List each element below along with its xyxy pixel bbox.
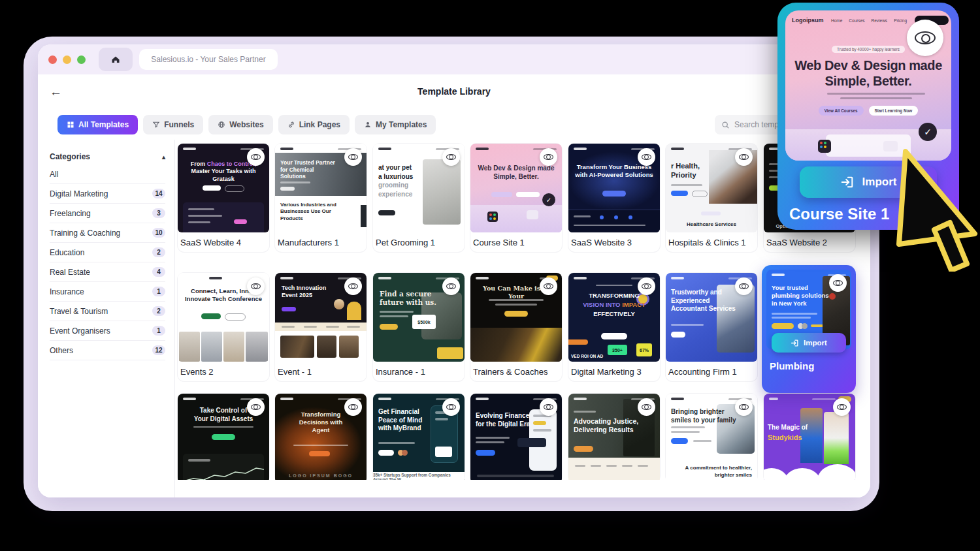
template-card-evolving-finance[interactable]: Evolving Financefor the Digital Era bbox=[470, 394, 562, 480]
category-label: Travel & Tourism bbox=[50, 307, 108, 316]
toolbar: All Templates Funnels Websites bbox=[38, 110, 870, 140]
preview-eye-icon[interactable] bbox=[638, 148, 655, 166]
sidebar-item-travel-tourism[interactable]: Travel & Tourism 2 bbox=[50, 302, 165, 321]
preview-eye-icon[interactable] bbox=[442, 148, 460, 166]
template-tabs: All Templates Funnels Websites bbox=[57, 115, 436, 134]
page-title: Template Library bbox=[38, 86, 870, 97]
tab-label: Funnels bbox=[164, 120, 194, 129]
preview-headline: Web Dev & Design madeSimple, Better. bbox=[785, 57, 951, 89]
preview-eye-icon[interactable] bbox=[344, 398, 362, 416]
sidebar-item-event-organisers[interactable]: Event Organisers 1 bbox=[50, 321, 165, 341]
tab-funnels[interactable]: Funnels bbox=[143, 115, 203, 134]
template-thumbnail: Find a securefuture with us. $500k bbox=[373, 273, 465, 362]
template-thumbnail: Take Control ofYour Digital Assets bbox=[178, 394, 269, 480]
template-thumbnail: You Can Make is in Your bbox=[470, 273, 562, 362]
template-thumbnail: Trustworthy and Experienced Accountant S… bbox=[666, 273, 757, 362]
sidebar-item-training-coaching[interactable]: Training & Coaching 10 bbox=[50, 223, 165, 243]
verified-seal-icon: ✓ bbox=[919, 123, 937, 141]
template-card-studykids[interactable]: The Magic ofStudykids bbox=[764, 394, 855, 480]
template-card-saas-website-4[interactable]: From Chaos to Control, Master Your Tasks… bbox=[178, 144, 269, 252]
category-count: 2 bbox=[152, 247, 165, 257]
growth-chart bbox=[183, 465, 264, 480]
template-card-event-1[interactable]: Tech InnovationEvent 2025 bbox=[275, 273, 367, 381]
template-card-insurance-1[interactable]: Find a securefuture with us. $500k Insur… bbox=[373, 273, 465, 381]
preview-eye-icon[interactable] bbox=[442, 277, 460, 295]
sidebar-item-others[interactable]: Others 12 bbox=[50, 341, 165, 360]
sidebar-item-all[interactable]: All bbox=[50, 165, 165, 184]
template-thumbnail: From Chaos to Control, Master Your Tasks… bbox=[178, 144, 269, 232]
preview-eye-icon[interactable] bbox=[829, 274, 847, 292]
preview-eye-icon[interactable] bbox=[735, 148, 753, 166]
sidebar-item-freelancing[interactable]: Freelancing 3 bbox=[50, 204, 165, 223]
preview-eye-icon[interactable] bbox=[907, 20, 943, 56]
categories-header[interactable]: Categories ▴ bbox=[50, 149, 165, 165]
template-card-pet-grooming-1[interactable]: at your pet a luxurious grooming experie… bbox=[373, 144, 465, 252]
tab-my-templates[interactable]: My Templates bbox=[355, 115, 436, 134]
template-card-events-2[interactable]: Connect, Learn, InnovInnovate Tech Confe… bbox=[178, 273, 269, 381]
preview-eye-icon[interactable] bbox=[540, 398, 557, 416]
template-card-mybrand-finance[interactable]: Get Financial Peace of Mindwith MyBrand … bbox=[373, 394, 465, 480]
sidebar-item-real-estate[interactable]: Real Estate 4 bbox=[50, 262, 165, 282]
search-icon bbox=[721, 121, 730, 129]
preview-eye-icon[interactable] bbox=[247, 148, 265, 166]
preview-eye-icon[interactable] bbox=[442, 398, 460, 416]
template-card-plumbing-highlighted[interactable]: Your trusted plumbing solutionsin New Yo… bbox=[762, 265, 856, 393]
browser-window: Salesious.io - Your Sales Partner ← Temp… bbox=[38, 44, 870, 497]
preview-eye-icon[interactable] bbox=[735, 398, 753, 416]
template-thumbnail: Bringing brightersmiles to your family A… bbox=[666, 394, 757, 480]
preview-eye-icon[interactable] bbox=[344, 277, 362, 295]
category-label: All bbox=[50, 170, 58, 179]
template-card-digital-marketing-3[interactable]: TRANSFORMING VISION INTO IMPACT EFFECTIV… bbox=[568, 273, 660, 381]
template-card-hospitals-clinics-1[interactable]: r Health,Priority Healthcare Services Ho… bbox=[666, 144, 757, 252]
template-name: Event - 1 bbox=[275, 362, 367, 381]
tab-websites[interactable]: Websites bbox=[208, 115, 272, 134]
preview-eye-icon[interactable] bbox=[638, 398, 655, 416]
template-card-agent[interactable]: Transforming Decisions withAgent LOGO IP… bbox=[275, 394, 367, 480]
funnel-icon bbox=[152, 121, 160, 129]
tab-link-pages[interactable]: Link Pages bbox=[278, 115, 350, 134]
sidebar-item-education[interactable]: Education 2 bbox=[50, 243, 165, 262]
template-card-digital-assets[interactable]: Take Control ofYour Digital Assets bbox=[178, 394, 269, 480]
category-count: 14 bbox=[152, 189, 165, 198]
home-icon bbox=[110, 54, 121, 65]
template-logo: Logoipsum bbox=[792, 17, 824, 24]
zoom-button[interactable] bbox=[77, 55, 86, 64]
minimize-button[interactable] bbox=[63, 55, 71, 64]
template-thumbnail: Evolving Financefor the Digital Era bbox=[470, 394, 562, 480]
sidebar-item-digital-marketing[interactable]: Digital Marketing 14 bbox=[50, 184, 165, 204]
preview-eye-icon[interactable] bbox=[540, 148, 557, 166]
template-card-accounting-firm-1[interactable]: Trustworthy and Experienced Accountant S… bbox=[666, 273, 757, 381]
preview-eye-icon[interactable] bbox=[540, 277, 557, 295]
template-thumbnail: Web Dev & Design made Simple, Better. ✓ bbox=[470, 144, 562, 232]
template-card-manufacturers-1[interactable]: Your Trusted Partner for Chemical Soluti… bbox=[275, 144, 367, 252]
template-card-trainers-coaches[interactable]: You Can Make is in Your Trainers & Coach… bbox=[470, 273, 562, 381]
template-thumbnail: TRANSFORMING VISION INTO IMPACT EFFECTIV… bbox=[568, 273, 660, 362]
preview-eye-icon[interactable] bbox=[638, 277, 655, 295]
sidebar-item-insurance[interactable]: Insurance 1 bbox=[50, 282, 165, 302]
tab-all-templates[interactable]: All Templates bbox=[57, 115, 138, 134]
dog-photo bbox=[423, 159, 461, 225]
preview-ctas: View All Courses Start Learning Now bbox=[785, 106, 951, 116]
template-thumbnail: r Health,Priority Healthcare Services bbox=[666, 144, 757, 232]
template-card-course-site-1[interactable]: Web Dev & Design made Simple, Better. ✓ … bbox=[470, 144, 562, 252]
kids-photo bbox=[824, 412, 849, 464]
categories-title: Categories bbox=[50, 152, 90, 161]
preview-eye-icon[interactable] bbox=[344, 148, 362, 166]
preview-eye-icon[interactable] bbox=[247, 277, 265, 295]
template-card-brighter-smiles[interactable]: Bringing brightersmiles to your family A… bbox=[666, 394, 757, 480]
preview-eye-icon[interactable] bbox=[247, 398, 265, 416]
category-label: Education bbox=[50, 248, 84, 257]
link-icon bbox=[287, 121, 295, 129]
preview-eye-icon[interactable] bbox=[833, 398, 851, 416]
template-thumbnail: Transform Your Business with AI-Powered … bbox=[568, 144, 660, 232]
home-button[interactable] bbox=[99, 48, 133, 71]
preview-eye-icon[interactable] bbox=[735, 277, 753, 295]
template-card-advocating-justice[interactable]: Advocating Justice,Delivering Results bbox=[568, 394, 660, 480]
category-count: 12 bbox=[152, 345, 165, 355]
template-name: Plumbing bbox=[770, 360, 814, 371]
address-bar[interactable]: Salesious.io - Your Sales Partner bbox=[139, 49, 278, 70]
browser-chrome: Salesious.io - Your Sales Partner bbox=[38, 44, 870, 74]
import-button-small[interactable]: Import bbox=[772, 333, 846, 353]
close-button[interactable] bbox=[48, 55, 57, 64]
template-card-saas-website-3[interactable]: Transform Your Business with AI-Powered … bbox=[568, 144, 660, 252]
